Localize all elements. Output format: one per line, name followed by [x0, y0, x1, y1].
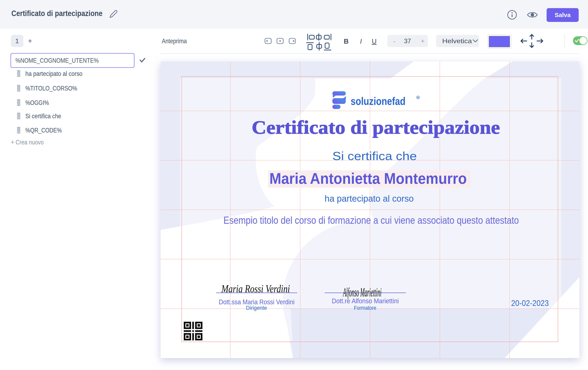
svg-text:Esempio titolo del corso di fo: Esempio titolo del corso di formazione a… [223, 215, 519, 226]
svg-text:Salva: Salva [555, 11, 571, 18]
svg-text:Dott.re Alfonso Mariettini: Dott.re Alfonso Mariettini [332, 297, 399, 305]
svg-text:1: 1 [15, 38, 19, 45]
svg-text:U: U [372, 38, 377, 45]
svg-text:Dirigente: Dirigente [246, 305, 267, 311]
svg-text:B: B [344, 38, 349, 45]
svg-text:I: I [360, 38, 362, 45]
svg-text:%TITOLO_CORSO%: %TITOLO_CORSO% [25, 85, 77, 92]
svg-text:+ Crea nuovo: + Crea nuovo [11, 139, 44, 146]
svg-text:soluzionefad: soluzionefad [351, 95, 405, 107]
svg-text:+: + [421, 38, 425, 44]
svg-text:20-02-2023: 20-02-2023 [511, 298, 549, 308]
svg-text:Maria Rossi Verdini: Maria Rossi Verdini [221, 283, 290, 295]
svg-text:ha partecipato al corso: ha partecipato al corso [325, 193, 414, 204]
svg-text:Anteprima: Anteprima [162, 38, 187, 45]
svg-text:ha partecipato al corso: ha partecipato al corso [25, 70, 83, 77]
svg-text:Si certifica che: Si certifica che [332, 149, 417, 162]
svg-text:+: + [28, 37, 32, 45]
svg-text:%OGGI%: %OGGI% [25, 99, 49, 106]
svg-text:Formatore: Formatore [354, 305, 376, 311]
svg-text:Certificato di partecipazione: Certificato di partecipazione [252, 117, 500, 138]
svg-text:R: R [417, 96, 419, 99]
svg-text:%QR_CODE%: %QR_CODE% [25, 127, 62, 134]
svg-text:-: - [393, 38, 396, 45]
svg-text:%NOME_COGNOME_UTENTE%: %NOME_COGNOME_UTENTE% [15, 57, 99, 64]
svg-text:Si certifica che: Si certifica che [25, 113, 61, 120]
svg-text:Helvetica: Helvetica [442, 38, 472, 45]
svg-text:Maria Antonietta Montemurro: Maria Antonietta Montemurro [269, 170, 467, 187]
svg-text:Certificato di partecipazione: Certificato di partecipazione [11, 9, 103, 18]
svg-text:37: 37 [404, 38, 411, 45]
